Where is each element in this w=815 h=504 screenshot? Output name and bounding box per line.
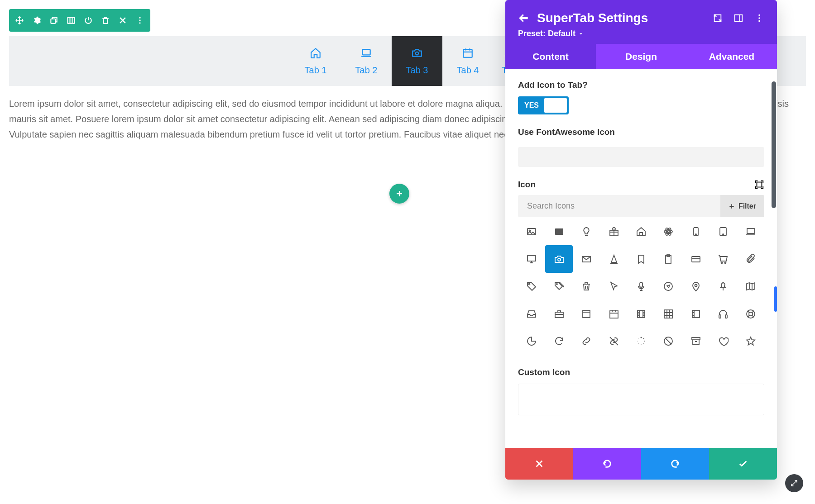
svg-point-30 xyxy=(558,258,561,261)
phone-icon[interactable] xyxy=(682,218,710,245)
svg-point-53 xyxy=(643,338,644,339)
tablet-icon[interactable] xyxy=(710,218,737,245)
expand-icon[interactable] xyxy=(713,13,723,23)
clipboard-icon[interactable] xyxy=(655,245,682,272)
add-module-button[interactable] xyxy=(389,184,409,204)
home-icon[interactable] xyxy=(628,218,655,245)
lightbulb-icon[interactable] xyxy=(573,218,600,245)
cone-icon[interactable] xyxy=(600,245,627,272)
refresh-icon[interactable] xyxy=(545,328,572,355)
svg-point-27 xyxy=(723,234,724,235)
svg-point-55 xyxy=(643,343,644,344)
spinner-icon[interactable] xyxy=(628,328,655,355)
calendar-icon xyxy=(462,47,474,59)
more-icon[interactable] xyxy=(131,12,149,29)
camera-icon[interactable] xyxy=(545,245,572,272)
tab-3[interactable]: Tab 3 xyxy=(392,36,442,86)
chevron-down-icon xyxy=(578,31,584,37)
preset-dropdown[interactable]: Preset: Default xyxy=(518,29,764,38)
columns-icon[interactable] xyxy=(62,12,80,29)
envelope-icon[interactable] xyxy=(573,245,600,272)
svg-point-13 xyxy=(758,17,760,19)
grid-icon[interactable] xyxy=(655,300,682,327)
redo-button[interactable] xyxy=(641,448,709,480)
trash-icon[interactable] xyxy=(573,273,600,300)
search-input[interactable] xyxy=(518,195,720,217)
map-icon[interactable] xyxy=(737,273,764,300)
star-icon[interactable] xyxy=(737,328,764,355)
image-icon[interactable] xyxy=(518,218,545,245)
tags-icon[interactable] xyxy=(545,273,572,300)
monitor-icon[interactable] xyxy=(518,245,545,272)
resize-handle[interactable] xyxy=(785,474,803,492)
server-icon[interactable] xyxy=(682,300,710,327)
panel-body: Add Icon to Tab? YES Use FontAwesome Ico… xyxy=(505,69,777,448)
custom-icon-input[interactable] xyxy=(518,384,764,415)
tab-advanced[interactable]: Advanced xyxy=(686,44,777,69)
tag-icon[interactable] xyxy=(518,273,545,300)
headphones-icon[interactable] xyxy=(710,300,737,327)
move-icon[interactable] xyxy=(11,12,28,29)
microphone-icon[interactable] xyxy=(628,273,655,300)
paperclip-icon[interactable] xyxy=(737,245,764,272)
close-icon[interactable] xyxy=(114,12,131,29)
image-filled-icon[interactable] xyxy=(545,218,572,245)
icon-grid-scrollbar[interactable] xyxy=(774,219,777,368)
tab-1[interactable]: Tab 1 xyxy=(290,36,341,86)
cursor-icon[interactable] xyxy=(600,273,627,300)
laptop-icon[interactable] xyxy=(737,218,764,245)
svg-point-59 xyxy=(638,338,639,339)
window-icon[interactable] xyxy=(573,300,600,327)
power-icon[interactable] xyxy=(80,12,97,29)
tab-4[interactable]: Tab 4 xyxy=(442,36,493,86)
svg-point-54 xyxy=(644,341,645,342)
svg-rect-61 xyxy=(692,338,700,340)
inbox-icon[interactable] xyxy=(518,300,545,327)
lifebuoy-icon[interactable] xyxy=(737,300,764,327)
fontawesome-input[interactable] xyxy=(518,147,764,167)
svg-rect-47 xyxy=(692,310,700,318)
svg-point-57 xyxy=(638,343,639,344)
tab-design[interactable]: Design xyxy=(596,44,686,69)
film-icon[interactable] xyxy=(628,300,655,327)
save-button[interactable] xyxy=(709,448,777,480)
add-icon-toggle[interactable]: YES xyxy=(518,96,569,114)
tab-label: Tab 3 xyxy=(406,65,428,76)
svg-rect-46 xyxy=(664,310,672,318)
gift-icon[interactable] xyxy=(600,218,627,245)
duplicate-icon[interactable] xyxy=(45,12,62,29)
dock-icon[interactable] xyxy=(734,13,743,23)
map-pin-icon[interactable] xyxy=(682,273,710,300)
heart-icon[interactable] xyxy=(710,328,737,355)
filter-button[interactable]: Filter xyxy=(720,195,764,217)
ban-icon[interactable] xyxy=(655,328,682,355)
tab-content[interactable]: Content xyxy=(505,44,596,69)
cancel-button[interactable] xyxy=(505,448,573,480)
undo-button[interactable] xyxy=(573,448,641,480)
panel-scrollbar[interactable] xyxy=(772,81,776,208)
pushpin-icon[interactable] xyxy=(710,273,737,300)
svg-point-2 xyxy=(139,17,140,19)
back-icon[interactable] xyxy=(518,12,530,24)
more-icon[interactable] xyxy=(754,13,764,23)
expand-icon[interactable] xyxy=(754,180,764,190)
archive-icon[interactable] xyxy=(682,328,710,355)
trash-icon[interactable] xyxy=(97,12,114,29)
compass-icon[interactable] xyxy=(655,273,682,300)
link-broken-icon[interactable] xyxy=(600,328,627,355)
bookmark-icon[interactable] xyxy=(628,245,655,272)
cart-icon[interactable] xyxy=(710,245,737,272)
module-toolbar[interactable] xyxy=(9,9,150,32)
svg-rect-5 xyxy=(362,49,370,55)
credit-card-icon[interactable] xyxy=(682,245,710,272)
panel-footer xyxy=(505,448,777,480)
calendar-icon[interactable] xyxy=(600,300,627,327)
pie-chart-icon[interactable] xyxy=(518,328,545,355)
svg-rect-28 xyxy=(747,228,754,233)
gear-icon[interactable] xyxy=(28,12,45,29)
svg-rect-49 xyxy=(725,315,727,318)
tab-2[interactable]: Tab 2 xyxy=(341,36,392,86)
link-icon[interactable] xyxy=(573,328,600,355)
briefcase-icon[interactable] xyxy=(545,300,572,327)
atom-icon[interactable] xyxy=(655,218,682,245)
